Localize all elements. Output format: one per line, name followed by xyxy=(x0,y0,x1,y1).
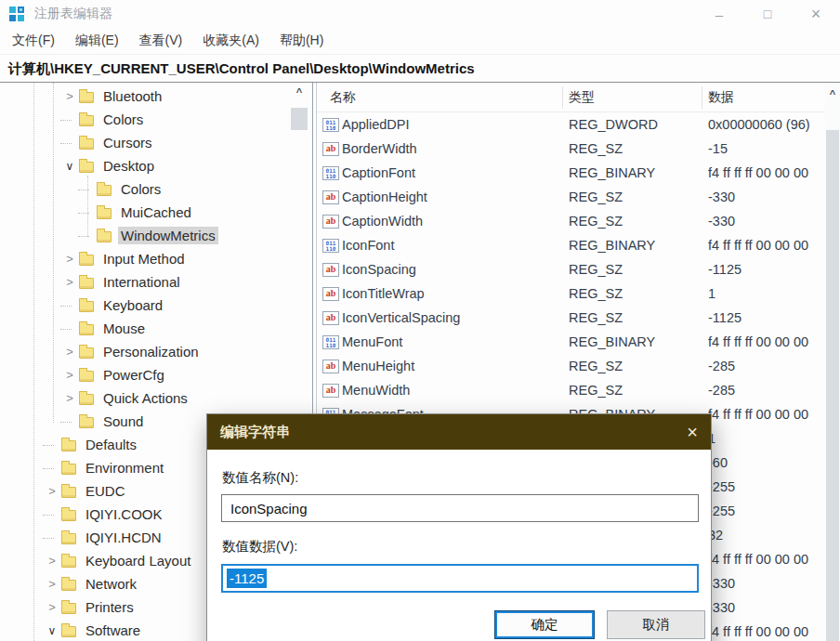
edit-string-dialog: 编辑字符串 × 数值名称(N): IconSpacing 数值数据(V): -1… xyxy=(206,413,712,641)
menu-item--f-[interactable]: 文件(F) xyxy=(7,33,63,49)
string-value-icon xyxy=(322,311,339,325)
menu-item--e-[interactable]: 编辑(E) xyxy=(70,33,127,49)
value-row-captionheight[interactable]: CaptionHeight REG_SZ -330 xyxy=(317,185,825,209)
value-data: 1 xyxy=(708,281,825,306)
tree-item-powercfg[interactable]: > PowerCfg xyxy=(0,363,292,386)
value-row-captionwidth[interactable]: CaptionWidth REG_SZ -330 xyxy=(317,209,825,233)
tree-item-international[interactable]: > International xyxy=(0,270,292,294)
tree-item-label: International xyxy=(100,273,183,291)
list-header: 名称类型数据 xyxy=(317,83,840,112)
value-name-text: IconSpacing xyxy=(230,501,308,517)
chevron-right-icon[interactable]: > xyxy=(60,369,79,381)
value-data: -330 xyxy=(708,209,825,233)
tree-item-colors[interactable]: Colors xyxy=(0,177,292,201)
tree-item-desktop[interactable]: ∨ Desktop xyxy=(0,154,292,177)
minimize-button[interactable]: – xyxy=(695,0,743,28)
chevron-right-icon[interactable]: > xyxy=(60,346,79,358)
column-header-2[interactable]: 数据 xyxy=(708,89,734,106)
value-type: REG_SZ xyxy=(569,354,623,378)
tree-item-personalization[interactable]: > Personalization xyxy=(0,340,292,363)
tree-item-label: Printers xyxy=(83,598,137,616)
value-row-menuheight[interactable]: MenuHeight REG_SZ -285 xyxy=(317,354,825,378)
list-scrollbar[interactable]: ^ xyxy=(825,83,840,641)
scroll-up-icon[interactable]: ^ xyxy=(291,86,308,98)
value-type: REG_BINARY xyxy=(569,330,655,354)
value-data: 0x00000060 (96) xyxy=(708,112,825,137)
column-separator[interactable] xyxy=(562,86,563,109)
column-header-0[interactable]: 名称 xyxy=(330,89,356,106)
scroll-up-icon[interactable]: ^ xyxy=(825,88,840,99)
folder-icon xyxy=(61,556,76,568)
folder-icon xyxy=(79,278,94,289)
tree-item-windowmetrics[interactable]: WindowMetrics xyxy=(0,224,292,247)
menu-item--h-[interactable]: 帮助(H) xyxy=(274,33,332,49)
folder-icon xyxy=(79,255,94,266)
string-value-icon xyxy=(322,384,339,398)
list-scrollbar-thumb[interactable] xyxy=(826,130,839,641)
value-row-iconverticalspacing[interactable]: IconVerticalSpacing REG_SZ -1125 xyxy=(317,306,825,330)
folder-icon xyxy=(79,162,94,173)
value-data: 1 xyxy=(708,426,825,451)
chevron-down-icon[interactable]: ∨ xyxy=(60,161,79,172)
tree-item-quick-actions[interactable]: > Quick Actions xyxy=(0,386,292,410)
folder-icon xyxy=(61,510,76,521)
folder-icon xyxy=(79,115,94,126)
close-button[interactable]: × xyxy=(792,0,840,28)
value-data: f4 ff ff ff 00 00 00 xyxy=(708,330,825,354)
value-row-iconspacing[interactable]: IconSpacing REG_SZ -1125 xyxy=(317,257,825,281)
ok-button[interactable]: 确定 xyxy=(494,610,595,639)
chevron-right-icon[interactable]: > xyxy=(43,601,61,613)
value-row-icontitlewrap[interactable]: IconTitleWrap REG_SZ 1 xyxy=(317,281,825,306)
folder-icon xyxy=(79,417,94,428)
tree-item-label: EUDC xyxy=(83,482,128,500)
dialog-title-bar[interactable]: 编辑字符串 × xyxy=(207,414,711,450)
folder-icon xyxy=(79,92,94,103)
tree-item-cursors[interactable]: Cursors xyxy=(0,131,292,154)
column-header-1[interactable]: 类型 xyxy=(569,89,595,106)
chevron-down-icon[interactable]: ∨ xyxy=(43,625,61,636)
value-row-menufont[interactable]: MenuFont REG_BINARY f4 ff ff ff 00 00 00 xyxy=(317,330,825,354)
tree-item-input-method[interactable]: > Input Method xyxy=(0,247,292,270)
value-row-captionfont[interactable]: CaptionFont REG_BINARY f4 ff ff ff 00 00… xyxy=(317,161,825,185)
chevron-right-icon[interactable]: > xyxy=(60,276,79,288)
maximize-button[interactable]: □ xyxy=(743,0,792,28)
tree-item-bluetooth[interactable]: > Bluetooth xyxy=(0,85,292,108)
value-data: -285 xyxy=(708,354,825,378)
registry-app-icon xyxy=(8,6,25,22)
chevron-right-icon[interactable]: > xyxy=(60,253,79,265)
value-row-borderwidth[interactable]: BorderWidth REG_SZ -15 xyxy=(317,137,825,161)
dialog-close-icon[interactable]: × xyxy=(687,423,698,441)
tree-item-label: Colors xyxy=(100,111,146,128)
chevron-right-icon[interactable]: > xyxy=(43,485,61,497)
cancel-button[interactable]: 取消 xyxy=(607,610,705,639)
value-row-iconfont[interactable]: IconFont REG_BINARY f4 ff ff ff 00 00 00 xyxy=(317,233,825,257)
tree-item-mouse[interactable]: Mouse xyxy=(0,317,292,340)
value-row-applieddpi[interactable]: AppliedDPI REG_DWORD 0x00000060 (96) xyxy=(317,112,825,137)
value-type: REG_SZ xyxy=(569,137,623,161)
chevron-right-icon[interactable]: > xyxy=(43,578,61,590)
address-bar[interactable]: 计算机\HKEY_CURRENT_USER\Control Panel\Desk… xyxy=(0,54,840,83)
folder-icon xyxy=(61,440,76,451)
value-name-label: 数值名称(N): xyxy=(222,469,298,487)
value-data: f4 ff ff ff 00 00 00 xyxy=(708,402,825,426)
chevron-right-icon[interactable]: > xyxy=(60,392,79,404)
folder-icon xyxy=(61,487,76,498)
column-separator[interactable] xyxy=(702,86,702,109)
tree-item-colors[interactable]: Colors xyxy=(0,108,292,131)
tree-scrollbar-thumb[interactable] xyxy=(291,108,308,130)
chevron-right-icon[interactable]: > xyxy=(43,555,61,567)
tree-item-muicached[interactable]: MuiCached xyxy=(0,201,292,224)
window-title: 注册表编辑器 xyxy=(34,6,112,22)
value-row-menuwidth[interactable]: MenuWidth REG_SZ -285 xyxy=(317,378,825,402)
value-type: REG_SZ xyxy=(569,306,623,330)
chevron-right-icon[interactable]: > xyxy=(60,90,79,102)
value-name: CaptionWidth xyxy=(342,209,584,233)
menu-item--a-[interactable]: 收藏夹(A) xyxy=(197,33,268,49)
value-data-field[interactable]: -1125 xyxy=(221,564,699,593)
value-data: f4 ff ff ff 00 00 00 xyxy=(708,547,825,571)
menu-bar: 文件(F)编辑(E)查看(V)收藏夹(A)帮助(H) xyxy=(0,28,840,54)
tree-item-keyboard[interactable]: Keyboard xyxy=(0,294,292,317)
value-data: -285 xyxy=(708,378,825,402)
menu-item--v-[interactable]: 查看(V) xyxy=(134,33,191,49)
value-name-field[interactable]: IconSpacing xyxy=(221,494,699,522)
